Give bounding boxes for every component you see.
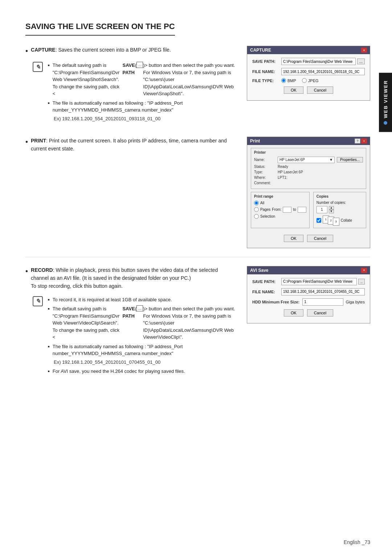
print-dialog-titlebar: Print ? ×: [247, 137, 370, 145]
print-text-col: • PRINT: Print out the current screen. I…: [25, 137, 236, 159]
avi-save-path-label: SAVE PATH:: [252, 279, 281, 284]
avi-hdd-label: HDD Minimum Free Size:: [252, 300, 299, 304]
avi-save-dialog-box: AVI Save × SAVE PATH: .. FILE NAME: HDD …: [247, 266, 370, 323]
print-copies-value: 1: [317, 206, 327, 213]
print-range-section: Print range All Pages From: to: [251, 192, 310, 228]
print-type-label: Type:: [254, 170, 278, 174]
capture-bullet-text: CAPTURE: Saves the current screen into a…: [31, 46, 236, 56]
print-pages-radio[interactable]: Pages From: to: [254, 207, 306, 213]
avi-file-name-row: FILE NAME:: [252, 288, 365, 295]
capture-example: Ex) 192.168.1.200_554_20120101_093118_01…: [54, 116, 236, 121]
print-label: PRINT: [31, 138, 46, 144]
print-type-row: Type: HP LaserJet 6P: [254, 170, 363, 174]
capture-note-block: ✎ The default saving path is "C:\Program…: [33, 62, 236, 124]
capture-text-col: • CAPTURE: Saves the current screen into…: [25, 46, 236, 128]
print-collate-checkbox[interactable]: [317, 218, 321, 223]
record-bullet-text: RECORD: While in playback, press this bu…: [31, 266, 236, 290]
print-collate-label: Collate: [341, 218, 352, 222]
print-from-input[interactable]: [283, 207, 291, 213]
print-copies-down[interactable]: ▼: [329, 210, 334, 213]
avi-file-name-input[interactable]: [281, 288, 365, 295]
print-name-row: Name: HP LaserJet 6P ▼ Properties...: [254, 157, 363, 163]
capture-save-path-input[interactable]: [281, 58, 356, 65]
print-range-label: Print range: [254, 194, 306, 198]
collate-icons: 1 2 3: [323, 215, 339, 226]
capture-ok-btn[interactable]: OK: [284, 86, 303, 94]
print-where-row: Where: LPT1:: [254, 176, 363, 180]
print-all-radio[interactable]: All: [254, 201, 306, 205]
record-note-lines: To record it, it is required at least 1G…: [48, 296, 236, 377]
avi-save-dialog-title: AVI Save: [250, 268, 268, 273]
capture-dialog-body: SAVE PATH: ... FILE NAME: FILE TYPE:: [247, 54, 370, 100]
capture-jpeg-radio[interactable]: JPEG: [302, 78, 319, 83]
print-section: • PRINT: Print out the current screen. I…: [25, 137, 370, 248]
avi-save-dialog: AVI Save × SAVE PATH: .. FILE NAME: HDD …: [247, 266, 370, 323]
avi-dialog-buttons: OK Cancel: [252, 309, 365, 319]
avi-browse-btn[interactable]: ..: [358, 279, 365, 285]
capture-dialog-buttons: OK Cancel: [252, 86, 365, 97]
avi-ok-btn[interactable]: OK: [284, 309, 303, 317]
avi-save-path-input[interactable]: [281, 278, 357, 285]
print-desc: : Print out the current screen. It also …: [31, 138, 227, 152]
avi-hdd-input[interactable]: [302, 298, 343, 306]
avi-hdd-unit: Giga bytes: [346, 300, 365, 304]
capture-file-type-label: FILE TYPE:: [252, 78, 281, 83]
capture-save-path-label: SAVE PATH:: [252, 59, 281, 64]
record-label: RECORD: [31, 267, 53, 273]
avi-save-dialog-titlebar: AVI Save ×: [247, 266, 370, 274]
print-properties-btn[interactable]: Properties...: [337, 157, 363, 162]
page-title: SAVING THE LIVE SCREEN ON THE PC: [25, 22, 175, 36]
print-ok-btn[interactable]: OK: [284, 235, 303, 242]
record-note-block: ✎ To record it, it is required at least …: [33, 296, 236, 377]
print-where-value: LPT1:: [278, 176, 287, 180]
capture-note-line-2: The file is automatically named as follo…: [48, 100, 236, 114]
capture-browse-btn[interactable]: ...: [357, 59, 365, 64]
print-bullet-dot: •: [25, 137, 28, 153]
print-to-input[interactable]: [298, 207, 306, 213]
print-cancel-btn[interactable]: Cancel: [307, 235, 333, 242]
capture-dialog-close[interactable]: ×: [361, 48, 367, 53]
print-selection-radio[interactable]: Selection: [254, 214, 306, 219]
print-status-value: Ready: [278, 165, 288, 169]
capture-cancel-btn[interactable]: Cancel: [307, 86, 333, 94]
note-icon: ✎: [33, 62, 43, 72]
print-dialog: Print ? × Printer Name: HP LaserJet 6P: [247, 137, 370, 248]
avi-save-dialog-close[interactable]: ×: [361, 268, 367, 273]
record-note-icon: ✎: [33, 296, 43, 306]
print-copies-count-label: Number of copies:: [317, 201, 363, 205]
capture-note-lines: The default saving path is "C:\Program F…: [48, 62, 236, 124]
capture-section: • CAPTURE: Saves the current screen into…: [25, 46, 370, 128]
print-range-copies: Print range All Pages From: to: [251, 192, 366, 231]
capture-dialog-titlebar: CAPTURE ×: [247, 46, 370, 54]
print-dialog-title: Print: [250, 138, 260, 144]
print-printer-section: Printer Name: HP LaserJet 6P ▼ Propertie…: [251, 148, 366, 189]
print-copies-up[interactable]: ▲: [329, 206, 334, 210]
print-copies-section: Copies Number of copies: 1 ▲ ▼: [313, 192, 366, 228]
print-printer-label: Printer: [254, 150, 363, 154]
print-comment-row: Comment:: [254, 181, 363, 185]
avi-save-path-row: SAVE PATH: ..: [252, 278, 365, 285]
record-desc: : While in playback, press this button s…: [31, 267, 218, 281]
avi-cancel-btn[interactable]: Cancel: [307, 309, 333, 317]
print-question-btn[interactable]: ?: [355, 138, 360, 144]
print-name-dropdown[interactable]: HP LaserJet 6P ▼: [278, 157, 335, 163]
print-bullet-text: PRINT: Print out the current screen. It …: [31, 137, 236, 153]
print-comment-label: Comment:: [254, 181, 278, 185]
record-bullet: • RECORD: While in playback, press this …: [25, 266, 236, 290]
print-copies-label: Copies: [317, 194, 363, 198]
record-bullet-dot: •: [25, 266, 28, 290]
print-where-label: Where:: [254, 176, 278, 180]
print-close-btn[interactable]: ×: [361, 138, 367, 144]
capture-dialog-box: CAPTURE × SAVE PATH: ... FILE NAME: FILE…: [247, 46, 370, 101]
footer-text: English _73: [344, 539, 370, 545]
print-dialog-buttons: OK Cancel: [251, 235, 366, 245]
capture-label: CAPTURE: [31, 47, 56, 53]
avi-hdd-row: HDD Minimum Free Size: Giga bytes: [252, 298, 365, 306]
capture-note-line-1: The default saving path is "C:\Program F…: [48, 62, 236, 97]
record-note-line-3: The file is automatically named as follo…: [48, 343, 236, 357]
print-type-value: HP LaserJet 6P: [278, 170, 303, 174]
capture-dialog-title: CAPTURE: [250, 48, 271, 53]
capture-dialog: CAPTURE × SAVE PATH: ... FILE NAME: FILE…: [247, 46, 370, 101]
capture-bmp-radio[interactable]: BMP: [281, 78, 296, 83]
capture-file-name-input[interactable]: [281, 68, 365, 75]
